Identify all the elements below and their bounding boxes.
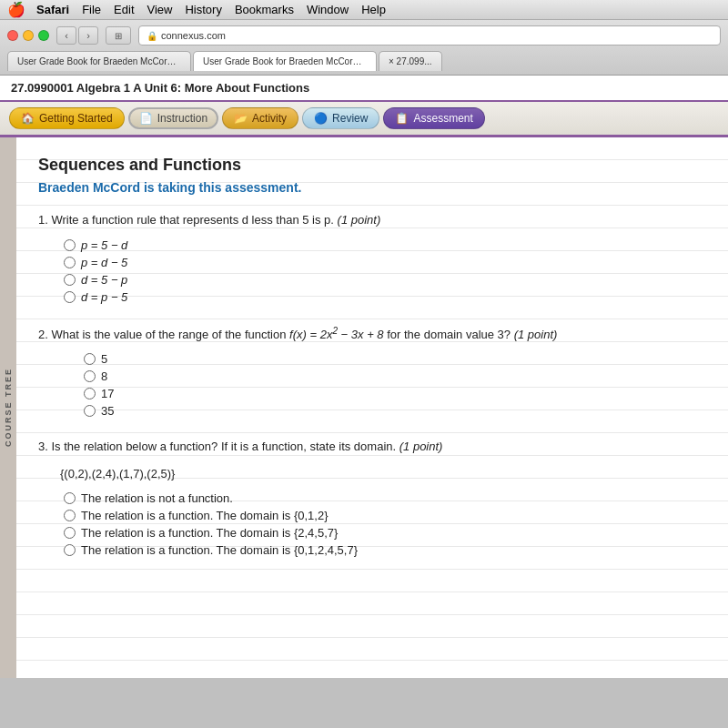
browser-tab-2[interactable]: User Grade Book for Braeden McCord (ID 2…: [193, 51, 377, 71]
q3-radio-1[interactable]: [64, 492, 76, 504]
q2-option-4: 35: [84, 404, 706, 418]
tab-review[interactable]: 🔵 Review: [302, 107, 379, 129]
menu-bar: 🍎 Safari File Edit View History Bookmark…: [0, 0, 728, 20]
q3-number: 3.: [38, 440, 51, 453]
content-area: Sequences and Functions Braeden McCord i…: [16, 137, 728, 678]
q2-radio-2[interactable]: [84, 370, 96, 382]
question-2: 2. What is the value of the range of the…: [38, 324, 706, 419]
q2-option-2-text: 8: [101, 369, 107, 383]
menu-safari[interactable]: Safari: [36, 3, 69, 16]
q2-body2: for the domain value 3?: [387, 328, 513, 341]
activity-icon: 📂: [234, 112, 248, 125]
q1-options: p = 5 − d p = d − 5 d = 5 − p d = p − 5: [38, 238, 706, 304]
nav-tabs-bar: 🏠 Getting Started 📄 Instruction 📂 Activi…: [0, 102, 728, 137]
menu-edit[interactable]: Edit: [114, 3, 134, 16]
tab1-label: User Grade Book for Braeden McCord (ID 2…: [17, 56, 181, 66]
q2-radio-1[interactable]: [84, 353, 96, 365]
q3-option-3-text: The relation is a function. The domain i…: [81, 526, 338, 540]
q1-option-2-text: p = d − 5: [81, 256, 127, 269]
q3-option-1-text: The relation is not a function.: [81, 491, 233, 505]
q3-radio-2[interactable]: [64, 510, 76, 521]
menu-bookmarks[interactable]: Bookmarks: [235, 3, 294, 16]
q2-radio-4[interactable]: [84, 405, 96, 417]
q3-set-notation: {(0,2),(2,4),(1,7),(2,5)}: [60, 467, 175, 480]
tab-instruction[interactable]: 📄 Instruction: [128, 107, 218, 129]
q2-option-4-text: 35: [101, 404, 114, 418]
q3-radio-3[interactable]: [64, 527, 76, 539]
q3-options: The relation is not a function. The rela…: [38, 491, 706, 557]
activity-label: Activity: [252, 112, 287, 125]
q3-option-4: The relation is a function. The domain i…: [64, 543, 706, 557]
q2-function: f(x) = 2x2 − 3x + 8: [289, 328, 384, 341]
q3-radio-4[interactable]: [64, 544, 76, 556]
q1-option-3: d = 5 − p: [64, 273, 706, 287]
course-header: 27.0990001 Algebra 1 A Unit 6: More Abou…: [0, 76, 728, 102]
menu-file[interactable]: File: [82, 3, 101, 16]
q1-radio-4[interactable]: [64, 291, 76, 303]
forward-button[interactable]: ›: [78, 26, 98, 45]
question-3: 3. Is the relation below a function? If …: [38, 438, 706, 557]
menu-window[interactable]: Window: [307, 3, 349, 16]
tab2-label: User Grade Book for Braeden McCord (ID 2…: [203, 56, 367, 66]
minimize-button[interactable]: [23, 30, 34, 41]
q1-option-4: d = p − 5: [64, 290, 706, 304]
tab-getting-started[interactable]: 🏠 Getting Started: [9, 107, 125, 129]
q2-points: (1 point): [514, 328, 558, 341]
q1-radio-1[interactable]: [64, 239, 76, 251]
assessment-label: Assessment: [413, 112, 472, 125]
apple-menu[interactable]: 🍎: [7, 1, 25, 18]
q3-option-4-text: The relation is a function. The domain i…: [81, 543, 358, 557]
assessment-icon: 📋: [395, 112, 409, 125]
menu-help[interactable]: Help: [361, 3, 386, 16]
question-2-text: 2. What is the value of the range of the…: [38, 324, 706, 344]
close-button[interactable]: [7, 30, 18, 41]
q2-options: 5 8 17 35: [38, 352, 706, 418]
instruction-icon: 📄: [139, 112, 153, 125]
student-name: Braeden McCord is taking this assessment…: [38, 180, 706, 195]
q3-option-2: The relation is a function. The domain i…: [64, 509, 706, 522]
q1-radio-3[interactable]: [64, 274, 76, 286]
q2-body: What is the value of the range of the fu…: [51, 328, 289, 341]
assessment-title: Sequences and Functions: [38, 156, 706, 175]
menu-items: Safari File Edit View History Bookmarks …: [36, 3, 386, 16]
course-title: 27.0990001 Algebra 1 A Unit 6: More Abou…: [11, 81, 309, 95]
q2-option-3: 17: [84, 387, 706, 400]
menu-view[interactable]: View: [147, 3, 173, 16]
getting-started-label: Getting Started: [39, 112, 113, 125]
getting-started-icon: 🏠: [21, 112, 35, 125]
q2-number: 2.: [38, 328, 51, 341]
q2-option-2: 8: [84, 369, 706, 383]
question-3-text: 3. Is the relation below a function? If …: [38, 438, 706, 456]
instruction-label: Instruction: [157, 112, 207, 125]
q2-radio-3[interactable]: [84, 388, 96, 399]
review-label: Review: [332, 112, 368, 125]
question-1-text: 1. Write a function rule that represents…: [38, 211, 706, 229]
address-bar[interactable]: 🔒 connexus.com: [138, 25, 721, 46]
browser-tab-1[interactable]: User Grade Book for Braeden McCord (ID 2…: [7, 51, 191, 71]
course-tree-sidebar: COURSE TREE: [0, 137, 16, 678]
course-tree-label: COURSE TREE: [4, 368, 13, 447]
new-tab-button[interactable]: ⊞: [106, 26, 131, 45]
browser-chrome: ‹ › ⊞ 🔒 connexus.com User Grade Book for…: [0, 20, 728, 76]
tab-activity[interactable]: 📂 Activity: [222, 107, 298, 129]
q3-option-1: The relation is not a function.: [64, 491, 706, 505]
q1-radio-2[interactable]: [64, 257, 76, 268]
q1-option-1: p = 5 − d: [64, 238, 706, 252]
lock-icon: 🔒: [147, 31, 157, 41]
q3-body: Is the relation below a function? If it …: [51, 440, 399, 453]
q2-option-1-text: 5: [101, 352, 107, 366]
back-button[interactable]: ‹: [56, 26, 76, 45]
tab3-label: × 27.099...: [389, 56, 432, 66]
q3-option-3: The relation is a function. The domain i…: [64, 526, 706, 540]
q3-points: (1 point): [399, 440, 443, 453]
tab-assessment[interactable]: 📋 Assessment: [383, 107, 484, 129]
browser-tab-3[interactable]: × 27.099...: [379, 51, 442, 71]
menu-history[interactable]: History: [185, 3, 221, 16]
q2-option-3-text: 17: [101, 387, 114, 400]
q1-option-1-text: p = 5 − d: [81, 238, 127, 252]
browser-toolbar: ‹ › ⊞ 🔒 connexus.com: [7, 25, 721, 46]
maximize-button[interactable]: [38, 30, 49, 41]
q1-number: 1.: [38, 213, 51, 227]
review-icon: 🔵: [314, 112, 328, 125]
traffic-lights: [7, 30, 49, 41]
